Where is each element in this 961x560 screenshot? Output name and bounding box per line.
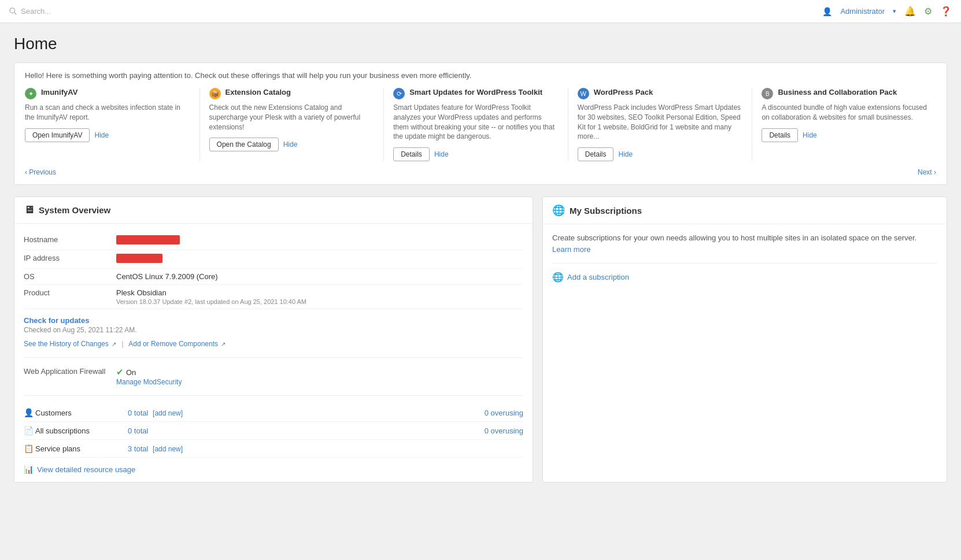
ext-desc: Check out the new Extensions Catalog and… [209, 103, 375, 132]
os-row: OS CentOS Linux 7.9.2009 (Core) [24, 269, 523, 285]
help-icon[interactable]: ❓ [940, 6, 952, 17]
ip-value [116, 254, 162, 265]
check-updates-section: Check for updates Checked on Aug 25, 202… [24, 316, 523, 348]
subscriptions-label: All subscriptions [35, 427, 128, 435]
my-subscriptions-panel: 🌐 My Subscriptions Create subscriptions … [542, 196, 947, 483]
subs-description: Create subscriptions for your own needs … [552, 232, 937, 255]
notifications-icon[interactable]: 🔔 [904, 6, 916, 17]
change-links: See the History of Changes ↗ | Add or Re… [24, 340, 523, 348]
service-plans-add-link[interactable]: [add new] [153, 445, 183, 453]
page-title: Home [14, 35, 947, 53]
hide-ext-link[interactable]: Hide [283, 140, 298, 149]
hostname-redacted [116, 235, 180, 244]
promo-item-biz-pack: B Business and Collaboration Pack A disc… [752, 88, 936, 161]
customers-add-link[interactable]: [add new] [153, 409, 183, 417]
promo-next-button[interactable]: Next › [918, 168, 936, 176]
wp-pack-title: WordPress Pack [594, 88, 653, 97]
smart-updates-title: Smart Updates for WordPress Toolkit [409, 88, 542, 97]
add-subscription-link[interactable]: Add a subscription [567, 273, 629, 281]
wp-pack-desc: WordPress Pack includes WordPress Smart … [578, 103, 743, 142]
hide-wp-pack-link[interactable]: Hide [618, 150, 633, 158]
detail-resource-section: 📊 View detailed resource usage [24, 465, 523, 474]
wp-pack-details-button[interactable]: Details [578, 147, 614, 161]
hide-imunifyav-link[interactable]: Hide [94, 131, 109, 139]
product-label: Product [24, 288, 116, 297]
activity-icon[interactable]: ⚙ [924, 6, 932, 17]
promo-nav: ‹ Previous Next › [25, 168, 936, 176]
detail-resource-link[interactable]: View detailed resource usage [37, 465, 135, 474]
user-icon: 👤 [822, 7, 832, 16]
smart-updates-details-button[interactable]: Details [393, 147, 430, 161]
hostname-label: Hostname [24, 235, 116, 244]
ext-icon: 📦 [209, 88, 221, 99]
search-icon [9, 8, 17, 16]
product-name: Plesk Obsidian [116, 288, 306, 297]
biz-pack-title: Business and Collaboration Pack [778, 88, 897, 97]
promo-header-biz: B Business and Collaboration Pack [762, 88, 927, 99]
admin-arrow[interactable]: ▾ [893, 8, 896, 15]
open-imunifyav-button[interactable]: Open ImunifyAV [25, 128, 90, 142]
biz-pack-icon: B [762, 88, 773, 99]
search-area[interactable]: Search... [9, 7, 51, 16]
imunify-desc: Run a scan and check a websites infectio… [25, 103, 190, 123]
biz-pack-desc: A discounted bundle of high value extens… [762, 103, 927, 123]
hide-biz-pack-link[interactable]: Hide [803, 131, 817, 139]
promo-header-imunifyav: ✦ ImunifyAV [25, 88, 190, 99]
wp-pack-icon: W [578, 88, 589, 99]
promo-item-imunifyav: ✦ ImunifyAV Run a scan and check a websi… [25, 88, 200, 161]
hide-smart-updates-link[interactable]: Hide [434, 150, 449, 158]
smart-updates-desc: Smart Updates feature for WordPress Tool… [393, 103, 559, 142]
subscriptions-overusing-link[interactable]: 0 overusing [485, 427, 523, 435]
learn-more-link[interactable]: Learn more [552, 245, 590, 254]
manage-modsecurity-link[interactable]: Manage ModSecurity [116, 378, 182, 386]
open-catalog-button[interactable]: Open the Catalog [209, 138, 279, 151]
promo-intro: Hello! Here is something worth paying at… [25, 71, 936, 80]
admin-label[interactable]: Administrator [840, 7, 885, 16]
history-link[interactable]: See the History of Changes [24, 340, 109, 348]
firewall-value: ✔ On Manage ModSecurity [116, 367, 182, 386]
components-link[interactable]: Add or Remove Components [128, 340, 218, 348]
svg-point-0 [10, 8, 15, 13]
system-overview-header: 🖥 System Overview [14, 197, 533, 224]
add-subscription-row[interactable]: 🌐 Add a subscription [552, 272, 937, 283]
customers-total-link[interactable]: 0 total [128, 409, 148, 417]
stats-section: 👤 Customers 0 total [add new] 0 overusin… [24, 404, 523, 458]
topbar-right: 👤 Administrator ▾ 🔔 ⚙ ❓ [822, 6, 952, 17]
my-subscriptions-header: 🌐 My Subscriptions [543, 197, 947, 224]
biz-pack-details-button[interactable]: Details [762, 128, 798, 142]
imunify-actions: Open ImunifyAV Hide [25, 128, 190, 142]
monitor-icon: 🖥 [24, 204, 34, 216]
ext-title: Extension Catalog [226, 88, 291, 97]
imunify-title: ImunifyAV [41, 88, 77, 97]
system-overview-title: System Overview [39, 205, 110, 215]
product-value: Plesk Obsidian Version 18.0.37 Update #2… [116, 288, 306, 305]
os-value: CentOS Linux 7.9.2009 (Core) [116, 272, 218, 281]
components-external-icon: ↗ [221, 341, 226, 347]
my-subscriptions-title: My Subscriptions [570, 206, 642, 216]
firewall-label: Web Application Firewall [24, 367, 116, 376]
green-check-icon: ✔ [116, 367, 124, 377]
ip-label: IP address [24, 254, 116, 262]
promo-header-wp: ⟳ Smart Updates for WordPress Toolkit [393, 88, 559, 99]
service-plans-total-link[interactable]: 3 total [128, 444, 148, 453]
customers-stat-row: 👤 Customers 0 total [add new] 0 overusin… [24, 404, 523, 422]
customers-label: Customers [35, 409, 128, 417]
promo-header-wppack: W WordPress Pack [578, 88, 743, 99]
promo-banner: Hello! Here is something worth paying at… [14, 62, 947, 185]
ext-actions: Open the Catalog Hide [209, 138, 375, 151]
check-updates-link[interactable]: Check for updates [24, 316, 89, 325]
firewall-row: Web Application Firewall ✔ On Manage Mod… [24, 364, 523, 390]
divider-2 [24, 395, 523, 396]
search-placeholder[interactable]: Search... [21, 7, 51, 16]
biz-pack-actions: Details Hide [762, 128, 927, 142]
subscriptions-total-link[interactable]: 0 total [128, 427, 148, 435]
topbar: Search... 👤 Administrator ▾ 🔔 ⚙ ❓ [0, 0, 961, 23]
product-row: Product Plesk Obsidian Version 18.0.37 U… [24, 285, 523, 309]
svg-line-1 [14, 12, 17, 14]
promo-prev-button[interactable]: ‹ Previous [25, 168, 56, 176]
customers-overusing-link[interactable]: 0 overusing [485, 409, 523, 417]
promo-header-ext: 📦 Extension Catalog [209, 88, 375, 99]
promo-item-smart-updates: ⟳ Smart Updates for WordPress Toolkit Sm… [384, 88, 568, 161]
customers-icon: 👤 [24, 408, 35, 417]
ip-redacted [116, 254, 162, 263]
